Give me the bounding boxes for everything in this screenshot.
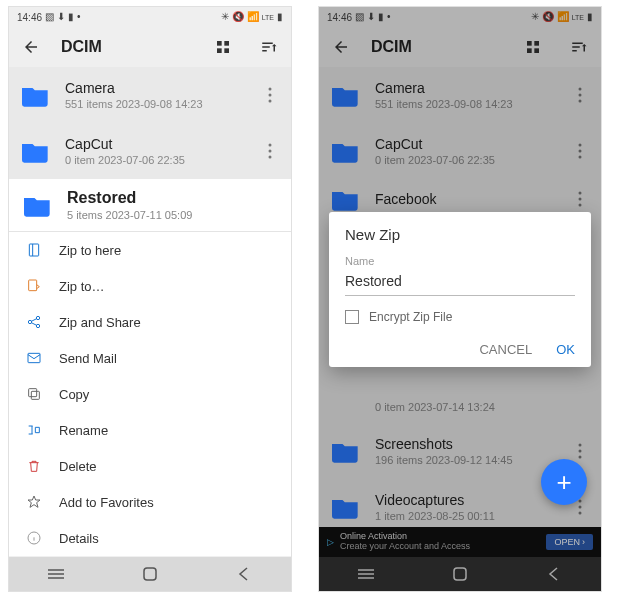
status-icon: • xyxy=(387,12,391,22)
back-button[interactable] xyxy=(534,564,574,584)
menu-copy[interactable]: Copy xyxy=(9,376,291,412)
menu-label: Send Mail xyxy=(59,351,117,366)
ok-button[interactable]: OK xyxy=(556,342,575,357)
ad-banner[interactable]: ▷ Online Activation Create your Account … xyxy=(319,527,601,557)
menu-delete[interactable]: Delete xyxy=(9,448,291,484)
menu-label: Zip to… xyxy=(59,279,105,294)
checkbox-icon[interactable] xyxy=(345,310,359,324)
encrypt-checkbox-row[interactable]: Encrypt Zip File xyxy=(345,310,575,324)
dialog-title: New Zip xyxy=(345,226,575,243)
more-icon[interactable] xyxy=(571,136,589,166)
menu-zip-to[interactable]: Zip to… xyxy=(9,268,291,304)
folder-icon xyxy=(331,391,361,421)
home-button[interactable] xyxy=(440,564,480,584)
status-time: 14:46 xyxy=(17,12,42,23)
svg-point-27 xyxy=(579,88,582,91)
copy-icon xyxy=(25,385,43,403)
folder-row[interactable]: CapCut 0 item 2023-07-06 22:35 xyxy=(9,123,291,179)
folder-row[interactable]: Camera551 items 2023-09-08 14:23 xyxy=(319,67,601,123)
menu-send-mail[interactable]: Send Mail xyxy=(9,340,291,376)
back-icon[interactable] xyxy=(21,37,41,57)
ad-open-button[interactable]: OPEN› xyxy=(546,534,593,550)
menu-details[interactable]: Details xyxy=(9,520,291,556)
svg-point-12 xyxy=(28,320,31,323)
svg-rect-3 xyxy=(224,48,229,53)
menu-zip-here[interactable]: Zip to here xyxy=(9,232,291,268)
page-title: DCIM xyxy=(371,38,503,56)
view-grid-icon[interactable] xyxy=(213,37,233,57)
svg-rect-17 xyxy=(29,389,37,397)
svg-rect-24 xyxy=(534,41,539,46)
more-icon[interactable] xyxy=(261,136,279,166)
menu-favorite[interactable]: Add to Favorites xyxy=(9,484,291,520)
folder-icon xyxy=(331,80,361,110)
recents-button[interactable] xyxy=(36,564,76,584)
folder-meta: 551 items 2023-09-08 14:23 xyxy=(65,98,247,110)
svg-rect-10 xyxy=(29,244,38,256)
wifi-icon: 📶 xyxy=(557,12,569,22)
more-icon[interactable] xyxy=(571,184,589,214)
back-button[interactable] xyxy=(224,564,264,584)
ad-play-icon: ▷ xyxy=(327,537,334,547)
svg-rect-16 xyxy=(31,391,39,399)
svg-rect-15 xyxy=(28,353,40,362)
folder-row[interactable]: Camera 551 items 2023-09-08 14:23 xyxy=(9,67,291,123)
zip-to-icon xyxy=(25,277,43,295)
context-menu: Zip to here Zip to… Zip and Share Send M… xyxy=(9,232,291,556)
svg-rect-23 xyxy=(527,41,532,46)
mail-icon xyxy=(25,349,43,367)
view-grid-icon[interactable] xyxy=(523,37,543,57)
folder-name: Videocaptures xyxy=(375,492,557,508)
svg-point-34 xyxy=(579,198,582,201)
info-icon xyxy=(25,529,43,547)
svg-point-5 xyxy=(269,94,272,97)
recents-button[interactable] xyxy=(346,564,386,584)
status-time: 14:46 xyxy=(327,12,352,23)
menu-rename[interactable]: Rename xyxy=(9,412,291,448)
svg-point-31 xyxy=(579,150,582,153)
mute-icon: 🔇 xyxy=(232,12,244,22)
page-title: DCIM xyxy=(61,38,193,56)
sort-icon[interactable] xyxy=(259,37,279,57)
menu-zip-share[interactable]: Zip and Share xyxy=(9,304,291,340)
svg-point-33 xyxy=(579,192,582,195)
ad-line2: Create your Account and Access xyxy=(340,542,470,552)
svg-point-37 xyxy=(579,450,582,453)
svg-point-29 xyxy=(579,100,582,103)
selected-folder-header: Restored 5 items 2023-07-11 05:09 xyxy=(9,179,291,232)
svg-point-38 xyxy=(579,456,582,459)
menu-label: Rename xyxy=(59,423,108,438)
home-button[interactable] xyxy=(130,564,170,584)
cancel-button[interactable]: CANCEL xyxy=(479,342,532,357)
status-bar: 14:46 ▧ ⬇ ▮ • ✳ 🔇 📶 LTE ▮ xyxy=(9,7,291,27)
wifi-icon: 📶 xyxy=(247,12,259,22)
svg-point-9 xyxy=(269,156,272,159)
folder-icon xyxy=(331,136,361,166)
folder-row[interactable]: CapCut0 item 2023-07-06 22:35 xyxy=(319,123,601,179)
battery-icon: ▮ xyxy=(277,12,283,22)
sort-icon[interactable] xyxy=(569,37,589,57)
share-icon xyxy=(25,313,43,331)
app-bar: DCIM xyxy=(319,27,601,67)
svg-rect-1 xyxy=(224,41,229,46)
selected-folder-name: Restored xyxy=(67,189,277,207)
folder-icon xyxy=(331,436,361,466)
folder-row[interactable]: 0 item 2023-07-14 13:24 xyxy=(319,389,601,423)
more-icon[interactable] xyxy=(571,80,589,110)
folder-meta: 0 item 2023-07-14 13:24 xyxy=(375,401,589,413)
plus-icon: + xyxy=(556,469,571,495)
svg-point-41 xyxy=(579,512,582,515)
more-icon[interactable] xyxy=(261,80,279,110)
svg-point-6 xyxy=(269,100,272,103)
fab-add[interactable]: + xyxy=(541,459,587,505)
zip-name-input[interactable] xyxy=(345,269,575,296)
back-icon[interactable] xyxy=(331,37,351,57)
svg-point-30 xyxy=(579,144,582,147)
svg-point-39 xyxy=(579,500,582,503)
folder-name: CapCut xyxy=(375,136,557,152)
svg-rect-26 xyxy=(534,48,539,53)
status-icon: ▧ xyxy=(355,12,364,22)
svg-rect-45 xyxy=(454,568,466,580)
folder-meta: 0 item 2023-07-06 22:35 xyxy=(375,154,557,166)
folder-list: Camera 551 items 2023-09-08 14:23 CapCut… xyxy=(9,67,291,557)
